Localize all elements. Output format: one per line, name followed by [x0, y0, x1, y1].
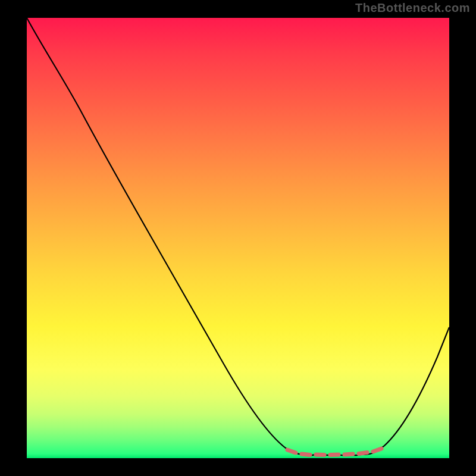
- marker-seg-2: [302, 454, 310, 455]
- optimal-zone-markers: [287, 449, 381, 455]
- marker-seg-4: [330, 455, 339, 455]
- marker-seg-7: [373, 449, 381, 452]
- chart-frame: TheBottleneck.com: [0, 0, 476, 476]
- marker-seg-1: [287, 450, 296, 453]
- watermark-text: TheBottleneck.com: [355, 1, 470, 15]
- marker-seg-5: [345, 454, 353, 455]
- marker-seg-6: [359, 453, 367, 454]
- marker-seg-3: [316, 455, 324, 455]
- bottleneck-curve-svg: [27, 18, 449, 458]
- plot-area: [27, 18, 449, 458]
- bottleneck-curve-path: [27, 18, 449, 456]
